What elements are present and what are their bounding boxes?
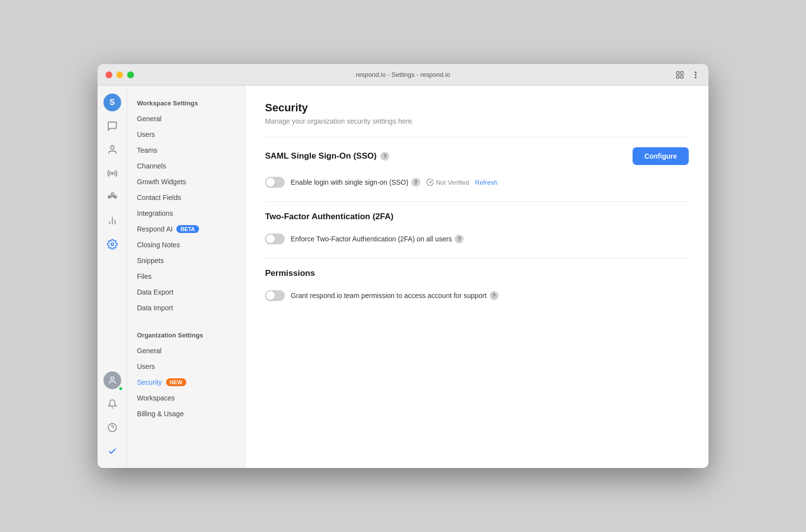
traffic-lights bbox=[105, 71, 134, 78]
svg-point-6 bbox=[695, 77, 696, 78]
nav-item-data-export-ws[interactable]: Data Export bbox=[127, 284, 245, 300]
saml-sso-section: SAML Single Sign-On (SSO) ? Configure En… bbox=[265, 147, 689, 192]
svg-point-7 bbox=[110, 146, 114, 149]
permissions-section: Permissions Grant respond.io team permis… bbox=[265, 268, 689, 305]
tfa-toggle[interactable] bbox=[265, 233, 285, 244]
new-badge: NEW bbox=[166, 378, 187, 386]
tfa-setting-row: Enforce Two-Factor Authentication (2FA) … bbox=[265, 230, 689, 248]
nav-item-users-org[interactable]: Users bbox=[127, 359, 245, 374]
nav-item-snippets-ws[interactable]: Snippets bbox=[127, 253, 245, 268]
page-subtitle: Manage your organization security settin… bbox=[265, 117, 689, 125]
nav-item-contact-fields-ws[interactable]: Contact Fields bbox=[127, 190, 245, 205]
nav-item-workspaces-org[interactable]: Workspaces bbox=[127, 390, 245, 406]
svg-rect-2 bbox=[676, 75, 679, 78]
nav-item-users-ws[interactable]: Users bbox=[127, 127, 245, 142]
tfa-title-row: Two-Factor Authentication (2FA) bbox=[265, 212, 689, 222]
extensions-icon[interactable] bbox=[675, 70, 685, 80]
titlebar: respond.io - Settings - respond.io bbox=[98, 64, 708, 86]
svg-point-8 bbox=[111, 172, 113, 174]
svg-point-4 bbox=[695, 71, 696, 72]
app-window: respond.io - Settings - respond.io bbox=[98, 64, 708, 468]
nav-item-integrations-ws[interactable]: Integrations bbox=[127, 205, 245, 221]
nav-item-general-org[interactable]: General bbox=[127, 343, 245, 359]
window-title: respond.io - Settings - respond.io bbox=[356, 71, 450, 78]
menu-icon[interactable] bbox=[691, 70, 701, 80]
online-indicator bbox=[118, 386, 123, 391]
titlebar-actions bbox=[675, 70, 701, 80]
sidebar-tasks[interactable] bbox=[101, 440, 123, 462]
nav-item-data-import-ws[interactable]: Data Import bbox=[127, 300, 245, 316]
not-verified-status: Not Verified bbox=[426, 178, 469, 186]
page-title: Security bbox=[265, 101, 689, 114]
configure-button[interactable]: Configure bbox=[633, 147, 689, 165]
sidebar-avatar[interactable]: S bbox=[101, 92, 123, 113]
organization-settings-title: Organization Settings bbox=[127, 324, 245, 343]
nav-item-channels-ws[interactable]: Channels bbox=[127, 158, 245, 174]
nav-item-general-ws[interactable]: General bbox=[127, 111, 245, 127]
app-body: S bbox=[98, 86, 708, 468]
main-content: Security Manage your organization securi… bbox=[245, 86, 708, 468]
beta-badge: BETA bbox=[176, 225, 199, 233]
saml-help-icon[interactable]: ? bbox=[380, 152, 389, 161]
svg-rect-1 bbox=[681, 71, 683, 74]
workspace-avatar: S bbox=[103, 94, 121, 111]
close-button[interactable] bbox=[105, 71, 112, 78]
sidebar-item-signals[interactable] bbox=[101, 163, 123, 184]
sso-help-icon[interactable]: ? bbox=[411, 178, 420, 187]
sidebar-item-contacts[interactable] bbox=[101, 139, 123, 161]
sidebar-item-reports[interactable] bbox=[101, 210, 123, 232]
tfa-help-icon[interactable]: ? bbox=[455, 234, 464, 243]
permission-help-icon[interactable]: ? bbox=[490, 291, 499, 300]
nav-item-files-ws[interactable]: Files bbox=[127, 268, 245, 284]
sidebar-item-org[interactable] bbox=[101, 186, 123, 208]
permissions-title: Permissions bbox=[265, 268, 315, 278]
sidebar-item-chat[interactable] bbox=[101, 115, 123, 137]
sidebar-notifications[interactable] bbox=[101, 393, 123, 415]
nav-item-growth-widgets-ws[interactable]: Growth Widgets bbox=[127, 174, 245, 190]
sidebar-user-avatar[interactable] bbox=[101, 369, 123, 391]
maximize-button[interactable] bbox=[127, 71, 134, 78]
minimize-button[interactable] bbox=[116, 71, 123, 78]
sso-toggle[interactable] bbox=[265, 177, 285, 188]
nav-item-billing-org[interactable]: Billing & Usage bbox=[127, 406, 245, 422]
nav-item-security-org[interactable]: Security NEW bbox=[127, 374, 245, 390]
tfa-label: Enforce Two-Factor Authentication (2FA) … bbox=[291, 234, 464, 243]
svg-rect-11 bbox=[111, 193, 114, 196]
refresh-link[interactable]: Refresh bbox=[475, 179, 498, 186]
svg-rect-3 bbox=[681, 75, 683, 78]
workspace-settings-title: Workspace Settings bbox=[127, 92, 245, 111]
sso-label: Enable login with single sign-on (SSO) ? bbox=[291, 178, 420, 187]
permission-label: Grant respond.io team permission to acce… bbox=[291, 291, 499, 300]
svg-point-20 bbox=[111, 377, 114, 380]
permission-toggle[interactable] bbox=[265, 290, 285, 301]
svg-rect-0 bbox=[676, 71, 679, 74]
sidebar-help[interactable] bbox=[101, 417, 123, 438]
nav-item-closing-notes-ws[interactable]: Closing Notes bbox=[127, 237, 245, 253]
icon-sidebar-bottom bbox=[101, 369, 123, 468]
permissions-title-row: Permissions bbox=[265, 268, 689, 278]
nav-item-respond-ai-ws[interactable]: Respond AI BETA bbox=[127, 221, 245, 237]
sidebar-item-settings[interactable] bbox=[101, 233, 123, 255]
permission-setting-row: Grant respond.io team permission to acce… bbox=[265, 286, 689, 305]
nav-item-teams-ws[interactable]: Teams bbox=[127, 142, 245, 158]
divider-1 bbox=[265, 137, 689, 137]
nav-sidebar: Workspace Settings General Users Teams C… bbox=[127, 86, 245, 468]
svg-point-5 bbox=[695, 74, 696, 75]
saml-title: SAML Single Sign-On (SSO) ? bbox=[265, 151, 389, 161]
divider-2 bbox=[265, 201, 689, 202]
saml-title-row: SAML Single Sign-On (SSO) ? Configure bbox=[265, 147, 689, 165]
sso-setting-row: Enable login with single sign-on (SSO) ?… bbox=[265, 173, 689, 192]
icon-sidebar: S bbox=[98, 86, 127, 468]
svg-point-19 bbox=[111, 243, 114, 246]
tfa-section: Two-Factor Authentication (2FA) Enforce … bbox=[265, 212, 689, 248]
tfa-title: Two-Factor Authentication (2FA) bbox=[265, 212, 394, 222]
divider-3 bbox=[265, 258, 689, 259]
